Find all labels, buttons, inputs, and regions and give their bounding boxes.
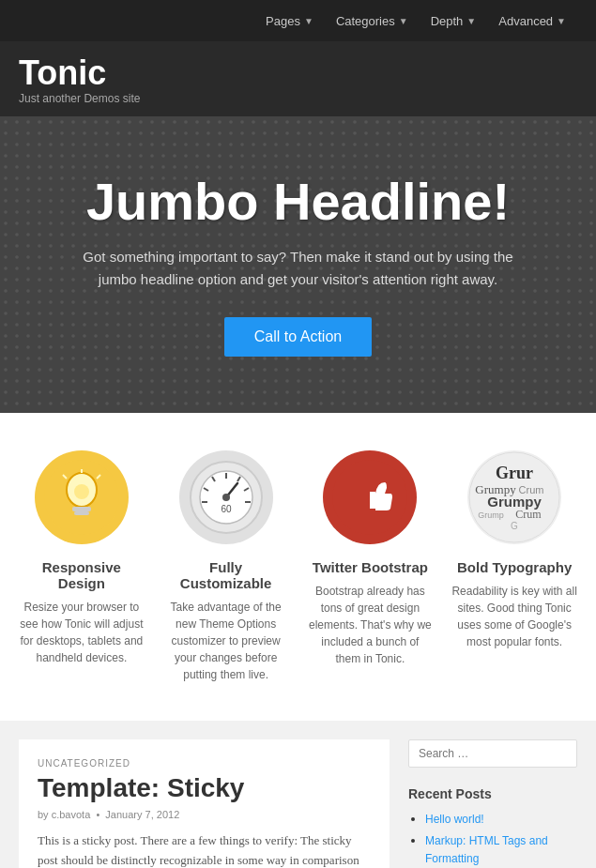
svg-text:Grump: Grump bbox=[478, 510, 504, 520]
nav-depth-arrow: ▼ bbox=[466, 16, 476, 26]
nav-categories[interactable]: Categories ▼ bbox=[325, 14, 420, 28]
hero-section: Jumbo Headline! Got something important … bbox=[0, 116, 596, 413]
svg-text:Grur: Grur bbox=[496, 464, 533, 482]
feature-responsive-desc: Resize your browser to see how Tonic wil… bbox=[19, 599, 145, 666]
svg-rect-2 bbox=[72, 507, 91, 511]
site-tagline: Just another Demos site bbox=[19, 92, 140, 105]
site-header: Tonic Just another Demos site bbox=[0, 41, 596, 116]
feature-icon-thumb bbox=[323, 450, 417, 544]
cta-button[interactable]: Call to Action bbox=[224, 317, 372, 357]
feature-icon-lightbulb bbox=[35, 450, 129, 544]
post-sticky-date: January 7, 2012 bbox=[105, 809, 179, 820]
hero-subtext: Got something important to say? Then mak… bbox=[64, 246, 533, 291]
nav-advanced[interactable]: Advanced ▼ bbox=[487, 14, 577, 28]
svg-text:G: G bbox=[511, 521, 518, 531]
post-sticky-title: Template: Sticky bbox=[38, 772, 371, 804]
nav-pages[interactable]: Pages ▼ bbox=[254, 14, 325, 28]
recent-post-link-1[interactable]: Markup: HTML Tags and Formatting bbox=[425, 834, 548, 865]
features-section: Responsive Design Resize your browser to… bbox=[0, 413, 596, 721]
nav-categories-arrow: ▼ bbox=[399, 16, 408, 26]
post-sticky-excerpt: This is a sticky post. There are a few t… bbox=[38, 831, 371, 868]
recent-posts-section: Recent Posts Hello world! Markup: HTML T… bbox=[408, 786, 577, 868]
content-area: UNCATEGORIZED Template: Sticky by c.bavo… bbox=[0, 721, 596, 868]
feature-customizable-title: Fully Customizable bbox=[163, 559, 289, 591]
nav-advanced-arrow: ▼ bbox=[557, 16, 566, 26]
feature-icon-typography: Grur Grumpy Crum Grumpy Grump Crum G bbox=[467, 450, 561, 544]
sidebar: Recent Posts Hello world! Markup: HTML T… bbox=[408, 739, 577, 868]
recent-posts-list: Hello world! Markup: HTML Tags and Forma… bbox=[408, 811, 577, 868]
nav-pages-arrow: ▼ bbox=[304, 16, 313, 26]
nav-depth[interactable]: Depth ▼ bbox=[420, 14, 488, 28]
feature-typography-title: Bold Typography bbox=[451, 559, 577, 575]
hero-headline: Jumbo Headline! bbox=[38, 173, 558, 231]
post-sticky: UNCATEGORIZED Template: Sticky by c.bavo… bbox=[19, 739, 390, 868]
feature-twitter: Twitter Bootstrap Bootstrap already has … bbox=[308, 450, 434, 683]
svg-text:60: 60 bbox=[221, 504, 232, 514]
feature-icon-gauge: 60 bbox=[179, 450, 273, 544]
feature-typography-desc: Readability is key with all sites. Good … bbox=[451, 583, 577, 650]
sidebar-search-wrap bbox=[408, 739, 577, 768]
main-content: UNCATEGORIZED Template: Sticky by c.bavo… bbox=[19, 739, 390, 868]
post-sticky-meta: by c.bavota • January 7, 2012 bbox=[38, 809, 371, 820]
feature-customizable: 60 Fully Customizable Take advantage of … bbox=[163, 450, 289, 683]
feature-twitter-title: Twitter Bootstrap bbox=[308, 559, 434, 575]
recent-post-link-0[interactable]: Hello world! bbox=[425, 813, 484, 826]
list-item: Hello world! bbox=[425, 811, 577, 829]
svg-text:Crum: Crum bbox=[515, 508, 542, 521]
svg-rect-3 bbox=[74, 511, 89, 515]
navigation: Pages ▼ Categories ▼ Depth ▼ Advanced ▼ bbox=[0, 0, 596, 41]
site-title: Tonic bbox=[19, 56, 140, 90]
svg-point-18 bbox=[222, 494, 230, 501]
feature-twitter-desc: Bootstrap already has tons of great desi… bbox=[308, 583, 434, 667]
feature-customizable-desc: Take advantage of the new Theme Options … bbox=[163, 599, 289, 683]
feature-responsive-title: Responsive Design bbox=[19, 559, 145, 591]
feature-responsive: Responsive Design Resize your browser to… bbox=[19, 450, 145, 683]
post-sticky-author[interactable]: c.bavota bbox=[52, 809, 91, 820]
post-sticky-category: UNCATEGORIZED bbox=[38, 758, 371, 769]
feature-typography: Grur Grumpy Crum Grumpy Grump Crum G Bol… bbox=[451, 450, 577, 683]
search-input[interactable] bbox=[408, 739, 577, 768]
recent-posts-title: Recent Posts bbox=[408, 786, 577, 801]
list-item: Markup: HTML Tags and Formatting bbox=[425, 832, 577, 868]
svg-point-7 bbox=[74, 484, 89, 499]
